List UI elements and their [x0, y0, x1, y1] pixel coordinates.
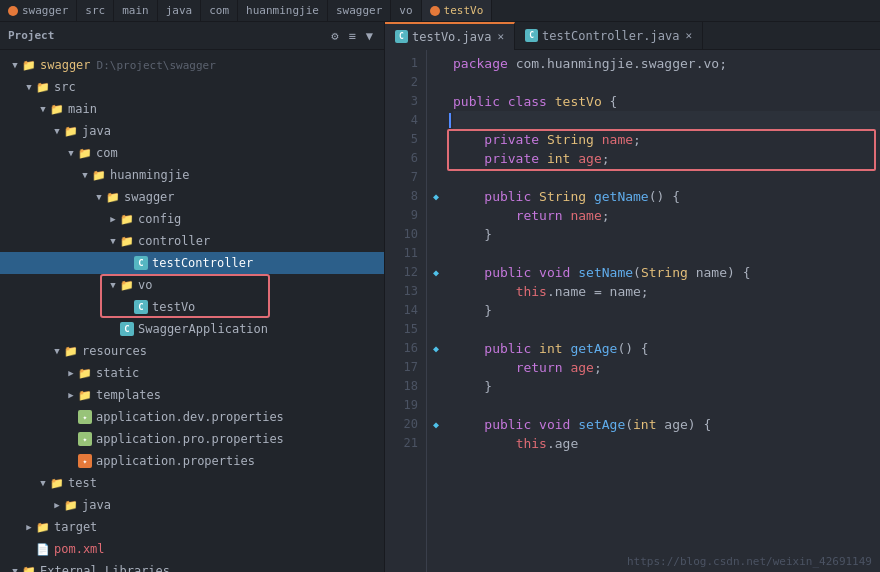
- sidebar-action-btn-2[interactable]: ≡: [346, 28, 359, 44]
- code-line-20: public void setAge(int age) {: [453, 415, 880, 434]
- folder-icon-vo: 📁: [120, 279, 134, 292]
- tree-item-testvo[interactable]: C testVo: [0, 296, 384, 318]
- tree-item-huanmingjie[interactable]: ▼ 📁 huanmingjie: [0, 164, 384, 186]
- watermark: https://blog.csdn.net/weixin_42691149: [627, 555, 872, 568]
- arrow-resources: ▼: [50, 346, 64, 356]
- tree-item-com[interactable]: ▼ 📁 com: [0, 142, 384, 164]
- top-tab-vo[interactable]: vo: [391, 0, 421, 22]
- tree-item-test[interactable]: ▼ 📁 test: [0, 472, 384, 494]
- tree-label-app-props: application.properties: [96, 454, 255, 468]
- tab-label-testvo: testVo.java: [412, 30, 491, 44]
- tree-label-app-dev: application.dev.properties: [96, 410, 284, 424]
- code-line-12: public void setName(String name) {: [453, 263, 880, 282]
- cursor: [449, 113, 451, 128]
- top-tab-swagger[interactable]: swagger: [0, 0, 77, 22]
- main-layout: Project ⚙ ≡ ▼ ▼ 📁 swagger D:\project\swa…: [0, 22, 880, 572]
- class-icon-testcontroller: C: [134, 256, 148, 270]
- code-gutter: ◆◆◆◆: [427, 50, 445, 572]
- folder-icon-java: 📁: [64, 125, 78, 138]
- folder-icon-test: 📁: [50, 477, 64, 490]
- top-tab-src[interactable]: src: [77, 0, 114, 22]
- editor-tab-testvo[interactable]: C testVo.java ✕: [385, 22, 515, 50]
- tree-item-testcontroller[interactable]: C testController: [0, 252, 384, 274]
- arrow-test: ▼: [36, 478, 50, 488]
- tree-label-test: test: [68, 476, 97, 490]
- tab-close-testvo[interactable]: ✕: [497, 30, 504, 43]
- code-line-7: [453, 168, 880, 187]
- tree-item-ext-libs[interactable]: ▼ 📁 External Libraries: [0, 560, 384, 572]
- tree-item-config[interactable]: ▶ 📁 config: [0, 208, 384, 230]
- tree-label-src: src: [54, 80, 76, 94]
- editor-tab-testcontroller[interactable]: C testController.java ✕: [515, 22, 703, 50]
- arrow-java-test: ▶: [50, 500, 64, 510]
- code-line-13: this.name = name;: [453, 282, 880, 301]
- code-line-5: private String name;: [453, 130, 880, 149]
- folder-icon-target: 📁: [36, 521, 50, 534]
- tree-label-config: config: [138, 212, 181, 226]
- sidebar-tree: ▼ 📁 swagger D:\project\swagger ▼ 📁 src ▼: [0, 50, 384, 572]
- tab-close-testcontroller[interactable]: ✕: [685, 29, 692, 42]
- sidebar-action-btn-3[interactable]: ▼: [363, 28, 376, 44]
- tree-label-static: static: [96, 366, 139, 380]
- tree-item-swagger-pkg[interactable]: ▼ 📁 swagger: [0, 186, 384, 208]
- tree-item-controller[interactable]: ▼ 📁 controller: [0, 230, 384, 252]
- folder-icon-config: 📁: [120, 213, 134, 226]
- code-line-10: }: [453, 225, 880, 244]
- tree-item-static[interactable]: ▶ 📁 static: [0, 362, 384, 384]
- tree-label-swaggerapp: SwaggerApplication: [138, 322, 268, 336]
- top-tab-java[interactable]: java: [158, 0, 202, 22]
- folder-icon-ext-libs: 📁: [22, 565, 36, 573]
- tree-label-app-pro: application.pro.properties: [96, 432, 284, 446]
- top-tab-huanmingjie[interactable]: huanmingjie: [238, 0, 328, 22]
- folder-icon-swagger: 📁: [22, 59, 36, 72]
- tree-item-java-test[interactable]: ▶ 📁 java: [0, 494, 384, 516]
- tree-item-app-pro[interactable]: ✦ application.pro.properties: [0, 428, 384, 450]
- arrow-vo: ▼: [106, 280, 120, 290]
- code-line-3: public class testVo {: [453, 92, 880, 111]
- arrow-ext-libs: ▼: [8, 566, 22, 572]
- code-line-1: package com.huanmingjie.swagger.vo;: [453, 54, 880, 73]
- tree-item-swaggerapp[interactable]: C SwaggerApplication: [0, 318, 384, 340]
- tree-label-target: target: [54, 520, 97, 534]
- top-tab-main[interactable]: main: [114, 0, 158, 22]
- tree-item-app-props[interactable]: ✦ application.properties: [0, 450, 384, 472]
- folder-icon-java-test: 📁: [64, 499, 78, 512]
- tree-item-pom[interactable]: 📄 pom.xml: [0, 538, 384, 560]
- xml-icon-pom: 📄: [36, 543, 50, 556]
- top-tab-testvo[interactable]: testVo: [422, 0, 493, 22]
- tree-item-src[interactable]: ▼ 📁 src: [0, 76, 384, 98]
- folder-icon-controller: 📁: [120, 235, 134, 248]
- code-line-16: public int getAge() {: [453, 339, 880, 358]
- arrow-main: ▼: [36, 104, 50, 114]
- tree-item-resources[interactable]: ▼ 📁 resources: [0, 340, 384, 362]
- code-line-18: }: [453, 377, 880, 396]
- top-tab-swagger2[interactable]: swagger: [328, 0, 391, 22]
- top-breadcrumb-bar: swagger src main java com huanmingjie sw…: [0, 0, 880, 22]
- arrow-swagger-root: ▼: [8, 60, 22, 70]
- folder-icon-templates: 📁: [78, 389, 92, 402]
- tree-label-huanmingjie: huanmingjie: [110, 168, 189, 182]
- tree-item-templates[interactable]: ▶ 📁 templates: [0, 384, 384, 406]
- prop-icon-dev: ✦: [78, 410, 92, 424]
- tree-item-java[interactable]: ▼ 📁 java: [0, 120, 384, 142]
- code-line-15: [453, 320, 880, 339]
- tree-label-java: java: [82, 124, 111, 138]
- tree-label-controller: controller: [138, 234, 210, 248]
- editor-tabs: C testVo.java ✕ C testController.java ✕: [385, 22, 880, 50]
- tree-item-vo[interactable]: ▼ 📁 vo: [0, 274, 384, 296]
- tree-label-testvo: testVo: [152, 300, 195, 314]
- tree-item-target[interactable]: ▶ 📁 target: [0, 516, 384, 538]
- tree-label-com: com: [96, 146, 118, 160]
- code-content[interactable]: package com.huanmingjie.swagger.vo; publ…: [445, 50, 880, 572]
- tree-item-swagger-root[interactable]: ▼ 📁 swagger D:\project\swagger: [0, 54, 384, 76]
- code-line-11: [453, 244, 880, 263]
- top-tab-com[interactable]: com: [201, 0, 238, 22]
- tree-label-swagger-pkg: swagger: [124, 190, 175, 204]
- sidebar-header: Project ⚙ ≡ ▼: [0, 22, 384, 50]
- vo-section: ▼ 📁 vo C testVo: [0, 274, 384, 318]
- sidebar-action-btn-1[interactable]: ⚙: [328, 28, 341, 44]
- sidebar: Project ⚙ ≡ ▼ ▼ 📁 swagger D:\project\swa…: [0, 22, 385, 572]
- tree-item-app-dev[interactable]: ✦ application.dev.properties: [0, 406, 384, 428]
- arrow-huanmingjie: ▼: [78, 170, 92, 180]
- tree-item-main[interactable]: ▼ 📁 main: [0, 98, 384, 120]
